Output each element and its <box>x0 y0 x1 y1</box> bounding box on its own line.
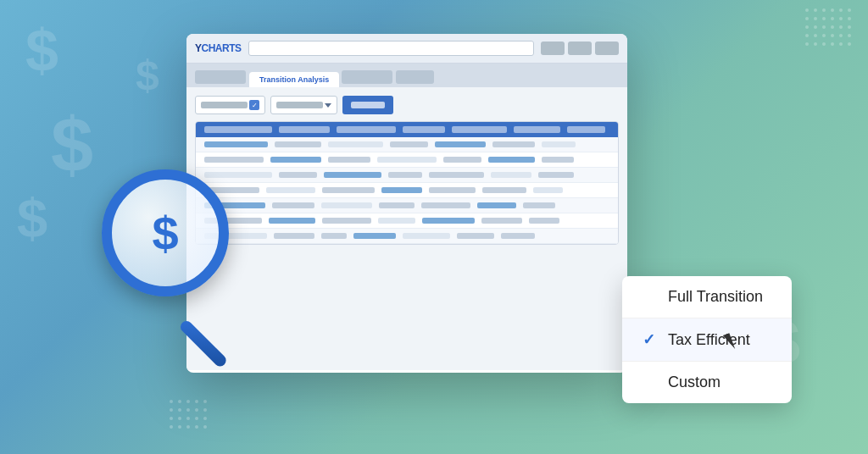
analyze-button[interactable] <box>342 96 393 114</box>
col-header-2 <box>279 126 330 133</box>
cell <box>542 157 574 163</box>
toolbar-select-2[interactable] <box>270 96 337 114</box>
tab-transition-analysis[interactable]: Transition Analysis <box>249 72 339 87</box>
dropdown-item-full-transition[interactable]: Full Transition <box>622 276 792 318</box>
cell <box>274 233 314 239</box>
cell <box>491 172 531 178</box>
col-header-5 <box>452 126 507 133</box>
cell <box>321 202 372 208</box>
cell <box>279 172 317 178</box>
dropdown-item-tax-efficient[interactable]: ✓ Tax Efficient <box>622 318 792 362</box>
tab-placeholder-2 <box>342 70 392 84</box>
cell <box>204 157 264 163</box>
cell <box>388 172 422 178</box>
dropdown-item-custom[interactable]: Custom <box>622 362 792 403</box>
dropdown-label-tax-efficient: Tax Efficient <box>668 331 750 349</box>
checkmark-tax-efficient: ✓ <box>643 330 659 349</box>
cell <box>429 172 484 178</box>
cell <box>275 141 321 147</box>
cell <box>443 157 481 163</box>
table-row <box>196 137 618 152</box>
cell <box>482 187 526 193</box>
cell <box>523 202 555 208</box>
cell <box>204 233 267 239</box>
cell <box>272 202 314 208</box>
col-header-6 <box>514 126 560 133</box>
cell <box>204 172 272 178</box>
cell <box>422 218 475 224</box>
dropdown-label-full-transition: Full Transition <box>668 288 763 306</box>
content-area: ✓ <box>186 87 627 370</box>
cell <box>481 218 522 224</box>
table-row <box>196 183 618 198</box>
cell <box>379 202 415 208</box>
magnifier-dollar-icon: $ <box>152 206 178 261</box>
cell <box>429 187 476 193</box>
table-row <box>196 152 618 168</box>
tab-placeholder-1 <box>195 70 246 84</box>
bg-dollar-4: $ <box>136 51 159 100</box>
cell <box>204 141 268 147</box>
table-header <box>196 122 618 137</box>
cell <box>457 233 494 239</box>
cell <box>322 187 375 193</box>
dropdown-label-custom: Custom <box>668 374 721 391</box>
table-row <box>196 198 618 213</box>
cell <box>204 202 265 208</box>
browser-search-bar[interactable] <box>248 41 534 56</box>
cell <box>542 141 576 147</box>
tab-bar: Transition Analysis <box>186 64 627 87</box>
cell <box>328 141 383 147</box>
cell <box>204 187 259 193</box>
toolbar-select-1[interactable]: ✓ <box>195 96 265 114</box>
table-row <box>196 168 618 183</box>
toolbar-check-icon: ✓ <box>249 100 259 110</box>
cell <box>322 218 371 224</box>
col-header-1 <box>204 126 272 133</box>
chevron-down-icon <box>325 103 331 108</box>
table-row <box>196 213 618 229</box>
cell <box>328 157 370 163</box>
col-header-4 <box>403 126 445 133</box>
cell <box>353 233 396 239</box>
cell <box>266 187 315 193</box>
cell <box>269 218 315 224</box>
cell <box>533 187 563 193</box>
col-header-3 <box>337 126 396 133</box>
analyze-button-label <box>351 102 385 108</box>
dot-grid-top-right <box>805 8 851 46</box>
cell <box>421 202 470 208</box>
browser-btn-3 <box>595 42 619 55</box>
browser-btn-2 <box>568 42 592 55</box>
ycharts-logo: YCHARTS <box>195 42 242 54</box>
cell <box>324 172 381 178</box>
toolbar-select-2-label <box>276 102 323 108</box>
dropdown-menu: Full Transition ✓ Tax Efficient Custom <box>622 276 792 403</box>
browser-chrome: YCHARTS <box>186 34 627 64</box>
cell <box>477 202 516 208</box>
table-row <box>196 229 618 244</box>
cell <box>538 172 574 178</box>
cell <box>381 187 422 193</box>
browser-btn-1 <box>541 42 565 55</box>
cell <box>403 233 450 239</box>
cell <box>435 141 486 147</box>
cell <box>378 218 415 224</box>
toolbar: ✓ <box>195 96 619 114</box>
cell <box>501 233 535 239</box>
cell <box>488 157 535 163</box>
browser-btn-group <box>541 42 619 55</box>
cell <box>204 218 262 224</box>
cell <box>270 157 321 163</box>
cell <box>529 218 559 224</box>
bg-dollar-3: $ <box>17 186 47 250</box>
cell <box>321 233 347 239</box>
data-table <box>195 121 619 245</box>
toolbar-select-1-label <box>201 102 248 108</box>
bg-dollar-1: $ <box>25 17 58 85</box>
cell <box>492 141 535 147</box>
cell <box>390 141 428 147</box>
browser-window: YCHARTS Transition Analysis ✓ <box>186 34 627 373</box>
tab-placeholder-3 <box>396 70 434 84</box>
col-header-7 <box>567 126 605 133</box>
